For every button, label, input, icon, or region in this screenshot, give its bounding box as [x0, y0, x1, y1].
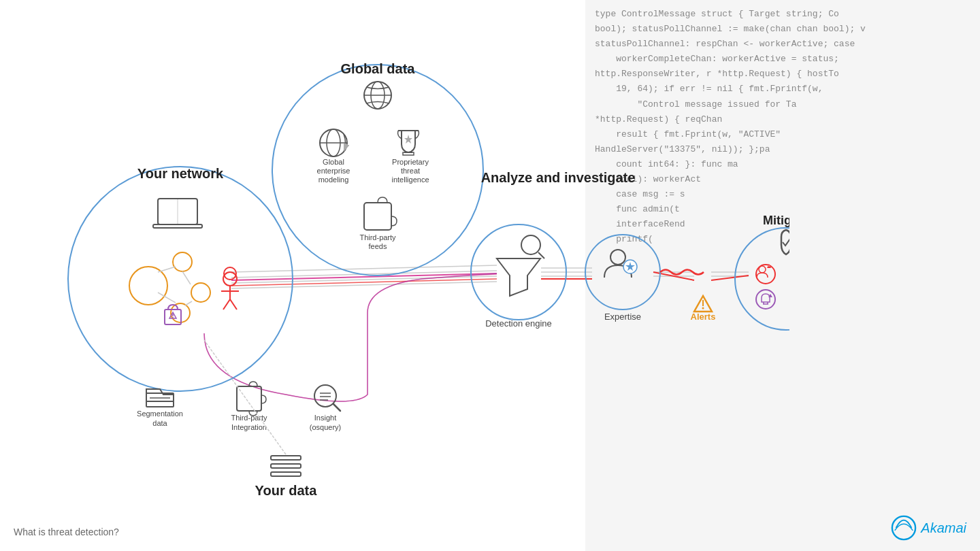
- svg-rect-51: [364, 203, 391, 230]
- svg-line-25: [158, 267, 176, 272]
- akamai-logo: Akamai: [891, 515, 966, 541]
- svg-line-55: [538, 252, 544, 258]
- akamai-logo-text: Akamai: [921, 520, 966, 536]
- svg-line-27: [182, 271, 191, 284]
- svg-line-85: [204, 340, 286, 454]
- svg-point-38: [172, 317, 174, 318]
- proprietary-threat-label: Proprietary: [392, 158, 429, 166]
- svg-line-32: [223, 299, 230, 310]
- bottom-caption: What is threat detection?: [14, 527, 119, 537]
- svg-rect-19: [153, 224, 202, 228]
- svg-rect-84: [271, 472, 301, 476]
- svg-point-22: [173, 252, 192, 271]
- svg-point-62: [702, 307, 704, 310]
- global-enterprise-label: Global: [323, 158, 344, 166]
- segmentation-label2: data: [152, 419, 167, 427]
- svg-line-28: [185, 301, 192, 305]
- svg-line-78: [333, 404, 340, 411]
- svg-point-23: [191, 283, 210, 302]
- alerts-label: Alerts: [691, 312, 716, 322]
- your-data-label: Your data: [255, 483, 318, 498]
- svg-point-65: [759, 266, 766, 273]
- diagram-area: Your network Global data: [0, 0, 789, 551]
- svg-point-21: [129, 267, 167, 305]
- svg-marker-53: [497, 258, 540, 296]
- analyze-investigate-label: Analyze and investigate: [481, 170, 636, 185]
- segmentation-label: Segmentation: [137, 410, 183, 418]
- global-data-label: Global data: [341, 61, 416, 76]
- svg-rect-82: [271, 456, 301, 460]
- svg-point-68: [756, 290, 775, 309]
- svg-line-1: [231, 265, 497, 272]
- akamai-logo-icon: [891, 515, 917, 541]
- svg-rect-76: [237, 386, 261, 411]
- svg-point-57: [610, 250, 625, 265]
- svg-point-54: [521, 235, 540, 254]
- global-enterprise-label2: enterprise: [317, 167, 350, 175]
- insight-label2: (osquery): [310, 423, 341, 431]
- mitigate-label: Mitigate: [763, 214, 789, 227]
- svg-rect-49: [403, 152, 414, 155]
- your-network-label: Your network: [137, 166, 224, 181]
- expertise-label: Expertise: [604, 312, 641, 322]
- svg-point-56: [585, 235, 660, 310]
- svg-rect-83: [271, 464, 301, 468]
- global-enterprise-label3: modeling: [318, 176, 349, 184]
- third-party-integration-label2: Integration: [231, 423, 267, 431]
- detection-engine-label: Detection engine: [485, 318, 552, 329]
- insight-label: Insight: [314, 414, 336, 422]
- svg-line-33: [230, 299, 237, 310]
- proprietary-threat-label3: intelligence: [391, 176, 429, 184]
- proprietary-threat-label2: threat: [401, 167, 420, 175]
- svg-marker-50: [404, 135, 412, 144]
- third-party-feeds-label: Third-party: [359, 233, 396, 241]
- third-party-feeds-label2: feeds: [369, 242, 387, 250]
- main-svg: Your network Global data: [0, 0, 789, 551]
